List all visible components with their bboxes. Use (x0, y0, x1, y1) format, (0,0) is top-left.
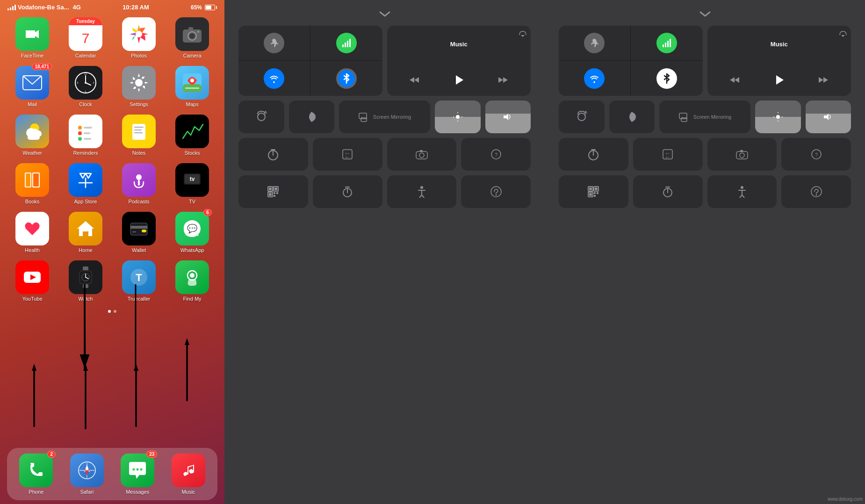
phone-label: Phone (29, 489, 43, 495)
svg-rect-35 (84, 138, 91, 140)
app-clock[interactable]: 12369 Clock (63, 66, 108, 107)
dock-music[interactable]: Music (165, 454, 212, 495)
app-appstore[interactable]: App Store (63, 163, 108, 204)
app-watch[interactable]: Watch (63, 260, 108, 302)
app-podcasts[interactable]: Podcasts (116, 163, 162, 204)
app-weather[interactable]: Weather (9, 115, 55, 156)
dock-safari[interactable]: Safari (64, 454, 111, 495)
wifi-btn[interactable] (238, 61, 310, 96)
battery-icon (205, 5, 217, 10)
app-health[interactable]: Health (9, 212, 55, 253)
cc-right-chevron[interactable] (698, 9, 712, 20)
cellular-btn[interactable] (310, 26, 382, 61)
screen-mirroring-btn-right[interactable]: Screen Mirroring (659, 101, 750, 133)
do-not-disturb-btn[interactable] (289, 101, 335, 133)
screen-mirroring-btn[interactable]: Screen Mirroring (339, 101, 430, 133)
svg-rect-52 (130, 223, 147, 235)
svg-rect-171 (589, 187, 592, 190)
extra-btn2[interactable] (461, 175, 531, 208)
svg-rect-141 (667, 41, 669, 47)
airplane-btn[interactable] (238, 26, 310, 61)
extra-btn2-right[interactable] (781, 175, 851, 208)
app-home[interactable]: Home (63, 212, 108, 253)
rewind-icon-right[interactable] (729, 74, 740, 86)
camera-quick-btn-right[interactable] (707, 138, 777, 171)
stopwatch-btn[interactable] (313, 175, 382, 208)
brightness-slider-right[interactable] (755, 101, 801, 133)
app-tv[interactable]: tv TV (169, 163, 215, 204)
forward-icon[interactable] (497, 74, 509, 86)
camera-quick-btn[interactable] (387, 138, 457, 171)
messages-badge: 23 (146, 451, 157, 458)
truecaller-icon: T (122, 260, 156, 294)
airplane-btn-right[interactable] (559, 26, 631, 61)
app-wallet[interactable]: Wallet (116, 212, 162, 253)
app-youtube[interactable]: YouTube (9, 260, 55, 302)
app-books[interactable]: Books (9, 163, 55, 204)
app-notes[interactable]: Notes (116, 115, 162, 156)
control-center-left: Music Screen Mirroring (224, 0, 545, 504)
play-icon-right[interactable] (772, 73, 786, 86)
app-facetime[interactable]: FaceTime (9, 17, 55, 58)
extra-btn-right[interactable]: ? (781, 138, 851, 171)
accessibility-btn-right[interactable] (707, 175, 777, 208)
truecaller-label: Truecaller (128, 296, 151, 302)
orientation-lock-btn[interactable] (238, 101, 284, 133)
qr-scan-btn-right[interactable] (559, 175, 628, 208)
camera-label: Camera (183, 53, 201, 58)
svg-marker-143 (841, 35, 845, 37)
music-tile-right[interactable]: Music (707, 26, 851, 96)
app-calendar[interactable]: Tuesday 7 Calendar (63, 17, 108, 58)
wifi-btn-right[interactable] (559, 61, 631, 96)
rewind-icon[interactable] (409, 74, 420, 86)
app-photos[interactable]: Photos (116, 17, 162, 58)
svg-point-18 (135, 79, 143, 86)
bluetooth-btn[interactable] (310, 61, 382, 96)
cellular-circle (336, 33, 357, 53)
svg-rect-29 (28, 135, 40, 140)
stopwatch-btn-right[interactable] (633, 175, 703, 208)
volume-slider-right[interactable] (806, 101, 851, 133)
cc-left-chevron[interactable] (378, 9, 392, 20)
music-label: Music (181, 489, 195, 495)
dock-messages[interactable]: 23 Messages (114, 454, 161, 495)
notes-label: Notes (132, 150, 146, 156)
app-reminders[interactable]: Reminders (63, 115, 108, 156)
forward-icon-right[interactable] (818, 74, 829, 86)
timer-btn[interactable] (238, 138, 308, 171)
brightness-slider[interactable] (435, 101, 481, 133)
svg-point-70 (190, 273, 195, 278)
app-whatsapp[interactable]: 💬 6 WhatsApp (169, 212, 215, 253)
app-mail[interactable]: 18,471 Mail (9, 66, 55, 107)
play-icon[interactable] (452, 73, 465, 86)
mail-label: Mail (28, 101, 37, 107)
status-bar: Vodafone-Be Sa... 4G 10:28 AM 65% (0, 0, 224, 13)
orientation-lock-btn-right[interactable] (559, 101, 605, 133)
weather-icon (15, 115, 49, 148)
cellular-btn-right[interactable] (631, 26, 703, 61)
dock-phone[interactable]: 2 Phone (13, 454, 60, 495)
app-settings[interactable]: Settings (116, 66, 162, 107)
app-truecaller[interactable]: T Truecaller (116, 260, 162, 302)
svg-rect-93 (342, 44, 344, 47)
do-not-disturb-btn-right[interactable] (609, 101, 655, 133)
calculator-btn-right[interactable]: +÷×− (633, 138, 703, 171)
qr-scan-btn[interactable] (238, 175, 308, 208)
music-tile[interactable]: Music (387, 26, 531, 96)
calculator-btn[interactable]: +÷×− (313, 138, 382, 171)
accessibility-btn[interactable] (387, 175, 457, 208)
stocks-icon (175, 115, 209, 148)
app-maps[interactable]: Maps (169, 66, 215, 107)
svg-rect-31 (84, 127, 92, 129)
timer-btn-right[interactable] (559, 138, 628, 171)
volume-slider[interactable] (485, 101, 531, 133)
extra-btn[interactable]: ? (461, 138, 531, 171)
app-camera[interactable]: Camera (169, 17, 215, 58)
app-stocks[interactable]: Stocks (169, 115, 215, 156)
airplay-icon-right[interactable] (839, 29, 847, 40)
app-findmy[interactable]: Find My (169, 260, 215, 302)
bluetooth-btn-right[interactable] (631, 61, 703, 96)
airplay-icon[interactable] (519, 29, 527, 40)
svg-rect-54 (142, 230, 146, 232)
battery-percent: 65% (191, 4, 202, 11)
